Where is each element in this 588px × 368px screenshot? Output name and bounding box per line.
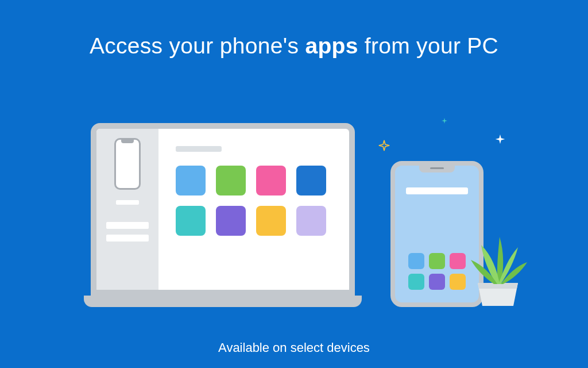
placeholder-bar xyxy=(106,235,149,241)
placeholder-bar xyxy=(406,187,468,194)
headline-post: from your PC xyxy=(358,33,498,58)
laptop-illustration xyxy=(84,123,362,307)
laptop-content xyxy=(158,129,349,290)
app-tile xyxy=(176,206,206,236)
phone-outline-icon xyxy=(114,138,141,190)
app-tile xyxy=(216,166,246,195)
sparkle-icon xyxy=(378,139,390,152)
laptop-screen xyxy=(91,123,355,296)
app-tile xyxy=(429,253,445,269)
app-tile xyxy=(176,166,206,195)
phone-notch xyxy=(419,166,455,172)
sparkle-icon xyxy=(494,133,506,145)
app-tile xyxy=(256,166,286,195)
app-tile xyxy=(216,206,246,236)
app-tile xyxy=(450,253,466,269)
app-tile xyxy=(296,166,326,195)
headline: Access your phone's apps from your PC xyxy=(0,33,588,59)
headline-pre: Access your phone's xyxy=(90,33,305,58)
app-tile xyxy=(429,274,445,290)
app-tile xyxy=(256,206,286,236)
placeholder-bar xyxy=(176,146,222,152)
footer-text: Available on select devices xyxy=(0,340,588,355)
laptop-sidebar xyxy=(96,129,158,290)
headline-bold: apps xyxy=(305,33,358,58)
placeholder-bar xyxy=(106,222,149,229)
app-tile xyxy=(450,274,466,290)
app-tile xyxy=(296,206,326,236)
phone-app-grid xyxy=(408,253,466,290)
placeholder-bar xyxy=(116,200,139,205)
app-tile xyxy=(408,274,424,290)
app-tile xyxy=(408,253,424,269)
app-grid xyxy=(176,166,332,236)
plant-icon xyxy=(466,228,529,308)
sparkle-icon xyxy=(441,117,448,124)
laptop-base xyxy=(84,296,362,307)
